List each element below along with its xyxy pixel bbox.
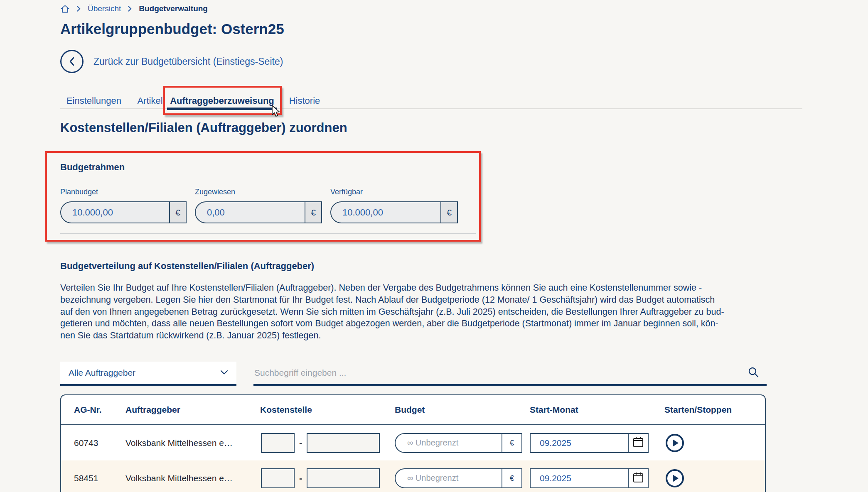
chevron-right-icon xyxy=(128,6,132,12)
auftraggeber-filter-dropdown[interactable]: Alle Auftraggeber xyxy=(60,362,236,386)
zugewiesen-input: 0,00 € xyxy=(195,201,322,223)
verfuegbar-input: 10.000,00 € xyxy=(330,201,458,223)
column-header-auftraggeber: Auftraggeber xyxy=(125,405,180,415)
kostenstelle-number-input[interactable] xyxy=(261,468,295,488)
budget-admin-page: Übersicht Budgetverwaltung Artikelgruppe… xyxy=(0,0,868,492)
table-row: 60743 Volksbank Mittelhessen e… - € xyxy=(61,425,765,460)
dropdown-selected-value: Alle Auftraggeber xyxy=(69,368,135,378)
kostenstelle-cell: - xyxy=(261,433,380,453)
tab-auftraggeberzuweisung[interactable]: Auftraggeberzuweisung xyxy=(167,95,277,110)
calendar-button[interactable] xyxy=(628,434,648,452)
breadcrumb: Übersicht Budgetverwaltung xyxy=(60,4,208,13)
tab-historie[interactable]: Historie xyxy=(281,95,328,109)
play-icon xyxy=(673,475,679,482)
start-monat-input[interactable] xyxy=(531,434,628,452)
calendar-button[interactable] xyxy=(628,469,648,487)
zugewiesen-value: 0,00 xyxy=(196,202,305,223)
chevron-right-icon xyxy=(77,6,81,12)
breadcrumb-item-uebersicht[interactable]: Übersicht xyxy=(88,4,121,13)
column-header-kostenstelle: Kostenstelle xyxy=(260,405,312,415)
search-bar xyxy=(253,362,767,386)
start-monat-cell xyxy=(530,468,649,488)
euro-suffix: € xyxy=(305,202,321,223)
kostenstelle-name-input[interactable] xyxy=(307,468,380,488)
section-heading: Kostenstellen/Filialen (Auftraggeber) zu… xyxy=(60,120,347,135)
table-header-row: AG-Nr. Auftraggeber Kostenstelle Budget … xyxy=(61,395,765,425)
calendar-icon xyxy=(633,436,644,449)
search-button[interactable] xyxy=(746,365,761,381)
table-row: 58451 Volksbank Mittelhessen e… - € xyxy=(61,460,765,492)
verteilung-heading: Budgetverteilung auf Kostenstellen/Filia… xyxy=(60,261,314,272)
planbudget-input: 10.000,00 € xyxy=(60,201,187,223)
kostenstelle-separator: - xyxy=(299,438,302,448)
column-header-ag-nr: AG-Nr. xyxy=(74,405,102,415)
zugewiesen-label: Zugewiesen xyxy=(195,188,322,196)
budgetrahmen-divider xyxy=(60,233,476,234)
budget-input[interactable] xyxy=(396,434,502,452)
intro-paragraph: Verteilen Sie Ihr Budget auf Ihre Kosten… xyxy=(60,282,724,342)
auftraggeber-cell: Volksbank Mittelhessen e… xyxy=(125,473,233,483)
euro-suffix: € xyxy=(502,434,521,452)
kostenstelle-name-input[interactable] xyxy=(307,433,380,453)
intro-line: Verteilen Sie Ihr Budget auf Ihre Kosten… xyxy=(60,282,724,294)
intro-line: getieren und möchten, dass alle neuen Be… xyxy=(60,318,724,330)
search-input[interactable] xyxy=(253,367,746,378)
budget-cell: € xyxy=(395,468,522,488)
planbudget-value: 10.000,00 xyxy=(61,202,169,223)
kostenstelle-cell: - xyxy=(261,468,380,488)
column-header-start-monat: Start-Monat xyxy=(530,405,578,415)
intro-line: bezeichnung vergeben. Legen Sie hier den… xyxy=(60,294,724,306)
ag-nr-cell: 60743 xyxy=(74,438,98,448)
kostenstelle-number-input[interactable] xyxy=(261,433,295,453)
euro-suffix: € xyxy=(169,202,186,223)
calendar-icon xyxy=(633,472,644,485)
auftraggeber-table: AG-Nr. Auftraggeber Kostenstelle Budget … xyxy=(60,394,766,492)
back-to-overview-label: Zurück zur Budgetübersicht (Einstiegs-Se… xyxy=(93,56,283,67)
back-to-overview-button[interactable]: Zurück zur Budgetübersicht (Einstiegs-Se… xyxy=(60,50,283,73)
euro-suffix: € xyxy=(440,202,457,223)
budget-cell: € xyxy=(395,433,522,453)
page-title: Artikelgruppenbudget: Ostern25 xyxy=(60,21,284,37)
intro-line: nen Sie das Startdatum rückwirkend (z.B.… xyxy=(60,330,724,342)
planbudget-label: Planbudget xyxy=(60,188,187,196)
chevron-left-circle-icon[interactable] xyxy=(60,50,84,73)
start-monat-cell xyxy=(530,433,649,453)
auftraggeber-cell: Volksbank Mittelhessen e… xyxy=(125,438,233,448)
search-icon xyxy=(748,367,759,379)
start-stop-button[interactable] xyxy=(666,469,684,487)
breadcrumb-item-budgetverwaltung: Budgetverwaltung xyxy=(139,4,208,13)
verfuegbar-field-group: Verfügbar 10.000,00 € xyxy=(330,188,458,223)
ag-nr-cell: 58451 xyxy=(74,473,98,483)
zugewiesen-field-group: Zugewiesen 0,00 € xyxy=(195,188,322,223)
start-stop-button[interactable] xyxy=(666,434,684,452)
kostenstelle-separator: - xyxy=(299,473,302,484)
tab-einstellungen[interactable]: Einstellungen xyxy=(61,95,127,109)
home-icon[interactable] xyxy=(60,5,70,13)
planbudget-field-group: Planbudget 10.000,00 € xyxy=(60,188,187,223)
budget-input[interactable] xyxy=(396,469,502,487)
euro-suffix: € xyxy=(502,469,521,487)
intro-line: auf den von Ihnen angegebenen Betrag zur… xyxy=(60,306,724,318)
budgetrahmen-heading: Budgetrahmen xyxy=(60,162,125,173)
play-icon xyxy=(673,439,679,447)
verfuegbar-value: 10.000,00 xyxy=(331,202,440,223)
tab-artikel[interactable]: Artikel xyxy=(131,95,169,109)
chevron-down-icon xyxy=(220,369,228,377)
verfuegbar-label: Verfügbar xyxy=(330,188,458,196)
column-header-budget: Budget xyxy=(395,405,425,415)
start-monat-input[interactable] xyxy=(531,469,628,487)
column-header-starten-stoppen: Starten/Stoppen xyxy=(664,405,732,415)
